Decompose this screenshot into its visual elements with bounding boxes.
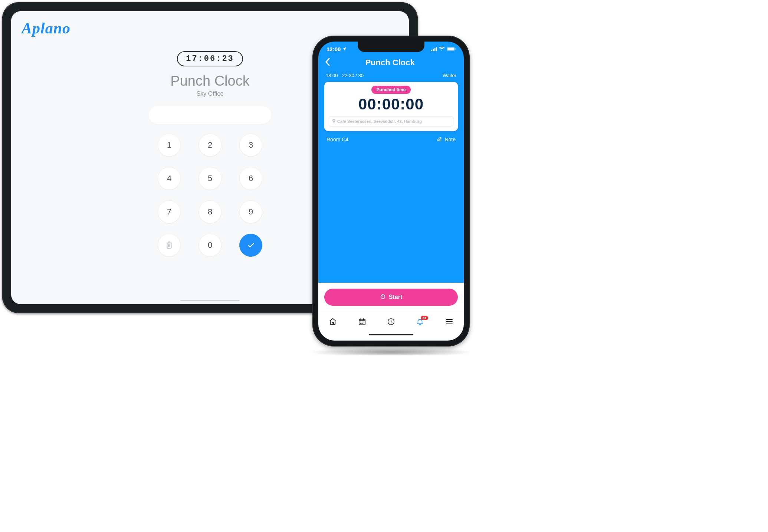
clock-icon [387, 318, 395, 327]
keypad-8[interactable]: 8 [198, 200, 221, 223]
nav-home[interactable] [325, 315, 340, 330]
svg-rect-6 [447, 47, 454, 50]
tablet-punch-clock-panel: 17:06:23 Punch Clock Sky Office 1 2 3 4 … [149, 51, 271, 257]
phone-screen: 12:00 [318, 42, 464, 341]
svg-rect-0 [167, 243, 171, 248]
svg-rect-1 [431, 50, 432, 51]
svg-rect-7 [455, 48, 456, 50]
below-card-row: Room C4 Note [318, 131, 464, 142]
stopwatch-icon [380, 293, 386, 301]
location-subtitle: Sky Office [197, 91, 224, 97]
nav-calendar[interactable] [355, 315, 370, 330]
note-button[interactable]: Note [437, 136, 456, 142]
start-area: Start [318, 283, 464, 312]
bottom-nav: 61 [318, 312, 464, 332]
tablet-home-indicator [180, 300, 240, 301]
numeric-keypad: 1 2 3 4 5 6 7 8 9 [158, 134, 262, 257]
phone-shadow [308, 347, 474, 355]
phone-home-indicator [318, 332, 464, 341]
location-text: Café Seeterassen, Seewaldstr. 42, Hambur… [337, 119, 422, 124]
keypad-6[interactable]: 6 [239, 167, 262, 190]
punched-time-card: Punched time 00:00:00 Café Seeterassen, … [324, 82, 458, 131]
svg-rect-4 [436, 47, 437, 51]
home-icon [329, 318, 337, 327]
brand-logo: Aplano [22, 19, 70, 37]
phone-page-title: Punch Clock [322, 58, 458, 68]
keypad-9[interactable]: 9 [239, 200, 262, 223]
keypad-2[interactable]: 2 [198, 134, 221, 157]
start-button[interactable]: Start [324, 289, 458, 306]
wifi-icon [439, 46, 445, 52]
shift-time: 18:00 - 22:30 / 30 [326, 73, 364, 78]
keypad-3[interactable]: 3 [239, 134, 262, 157]
phone-spacer [318, 142, 464, 283]
keypad-1[interactable]: 1 [158, 134, 181, 157]
trash-icon [165, 241, 173, 249]
shift-meta-row: 18:00 - 22:30 / 30 Waiter [318, 72, 464, 82]
start-label: Start [389, 294, 402, 301]
keypad-0[interactable]: 0 [198, 234, 221, 257]
keypad-delete[interactable] [158, 234, 181, 257]
pin-icon [332, 119, 336, 124]
keypad-7[interactable]: 7 [158, 200, 181, 223]
shift-role: Waiter [443, 73, 456, 78]
notification-badge: 61 [421, 316, 428, 321]
keypad-5[interactable]: 5 [198, 167, 221, 190]
location-arrow-icon [342, 46, 347, 52]
check-icon [247, 241, 255, 249]
punched-timer: 00:00:00 [329, 95, 453, 113]
nav-clock[interactable] [384, 315, 398, 330]
signal-icon [431, 46, 437, 52]
svg-rect-3 [434, 47, 436, 51]
phone-notch [358, 42, 424, 52]
hamburger-icon [446, 319, 453, 326]
nav-notifications[interactable]: 61 [413, 315, 427, 330]
room-label: Room C4 [326, 137, 348, 142]
current-time-pill: 17:06:23 [177, 51, 243, 66]
pencil-icon [437, 136, 442, 142]
page-title: Punch Clock [170, 73, 249, 89]
nav-menu[interactable] [442, 315, 457, 330]
punched-time-badge: Punched time [371, 86, 411, 94]
svg-rect-2 [433, 49, 434, 51]
phone-header: Punch Clock [318, 56, 464, 72]
note-label: Note [444, 137, 456, 142]
calendar-icon [358, 318, 366, 327]
phone-device-frame: 12:00 [313, 36, 469, 346]
keypad-4[interactable]: 4 [158, 167, 181, 190]
location-box: Café Seeterassen, Seewaldstr. 42, Hambur… [329, 116, 453, 127]
keypad-confirm[interactable] [239, 234, 262, 257]
status-time: 12:00 [326, 46, 341, 52]
battery-icon [447, 46, 456, 52]
pin-input-display[interactable] [149, 106, 271, 124]
